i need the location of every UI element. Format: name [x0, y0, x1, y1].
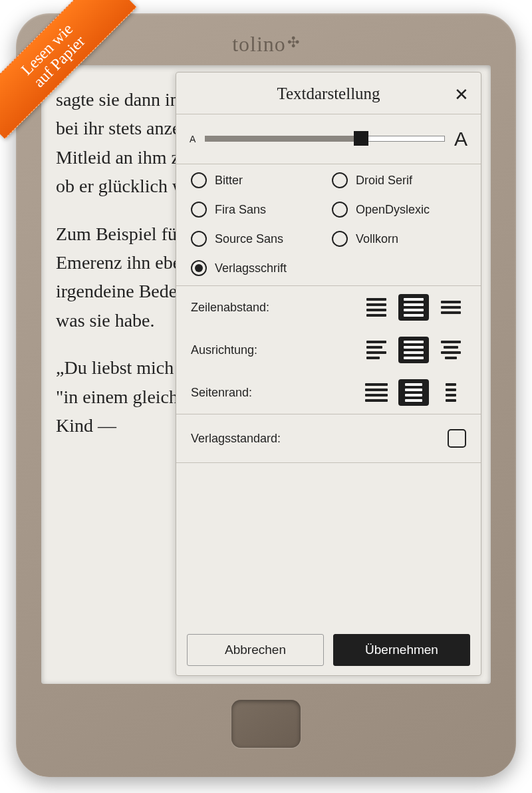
margin-narrow[interactable] [361, 379, 392, 406]
font-option-vollkorn[interactable]: Vollkorn [332, 231, 466, 247]
align-justify[interactable] [398, 337, 429, 363]
layout-section: Zeilenabstand: Ausrichtung: [176, 286, 481, 414]
screen: sagte sie dann in einem sonderbar kurzes… [41, 65, 491, 684]
brand-logo: tolino✣ [232, 32, 300, 57]
font-option-opendyslexic[interactable]: OpenDyslexic [332, 202, 466, 218]
line-spacing-tight[interactable] [361, 294, 392, 321]
home-button[interactable] [231, 700, 301, 748]
cancel-button[interactable]: Abbrechen [187, 634, 324, 666]
font-option-droid-serif[interactable]: Droid Serif [332, 172, 466, 188]
margin-row: Seitenrand: [176, 371, 481, 414]
font-size-row: A A [176, 114, 481, 164]
margin-wide[interactable] [436, 379, 466, 406]
font-size-min-label: A [190, 134, 196, 144]
align-left[interactable] [361, 337, 392, 363]
publisher-default-checkbox[interactable] [448, 429, 466, 448]
line-spacing-normal[interactable] [398, 294, 429, 321]
font-option-source-sans[interactable]: Source Sans [191, 231, 325, 247]
font-size-max-label: A [454, 128, 467, 150]
close-icon[interactable]: ✕ [454, 84, 469, 105]
align-center[interactable] [436, 337, 466, 363]
slider-thumb[interactable] [354, 131, 368, 146]
font-option-verlagsschrift[interactable]: Verlagsschrift [191, 260, 466, 276]
font-option-bitter[interactable]: Bitter [191, 172, 325, 188]
line-spacing-row: Zeilenabstand: [176, 286, 481, 329]
device-frame: tolino✣ sagte sie dann in einem sonderba… [16, 13, 516, 777]
panel-header: Textdarstellung ✕ [176, 73, 481, 114]
font-size-slider[interactable] [205, 132, 445, 146]
panel-title: Textdarstellung [187, 84, 470, 103]
panel-buttons: Abbrechen Übernehmen [176, 625, 481, 675]
line-spacing-loose[interactable] [436, 294, 466, 321]
text-settings-panel: Textdarstellung ✕ A A Bitter Droid Serif… [176, 72, 481, 676]
alignment-row: Ausrichtung: [176, 329, 481, 371]
font-option-fira-sans[interactable]: Fira Sans [191, 202, 325, 218]
margin-normal[interactable] [398, 379, 429, 406]
apply-button[interactable]: Übernehmen [333, 634, 470, 666]
font-options: Bitter Droid Serif Fira Sans OpenDyslexi… [176, 164, 481, 286]
publisher-default-row: Verlagsstandard: [176, 414, 481, 463]
